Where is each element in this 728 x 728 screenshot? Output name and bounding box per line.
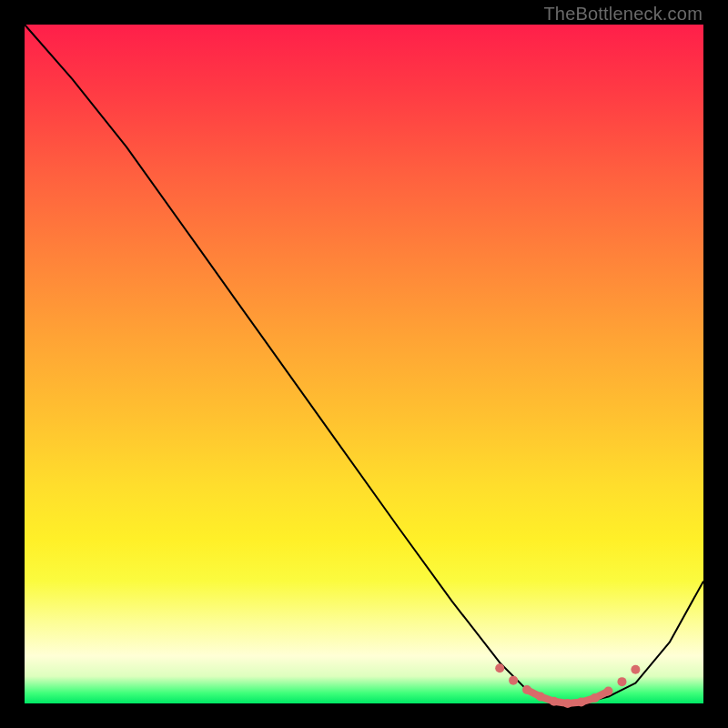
optimal-band-dot (617, 677, 626, 686)
curve-layer (25, 25, 703, 703)
optimal-band-dot (509, 676, 518, 685)
chart-stage: TheBottleneck.com (0, 0, 728, 728)
plot-area (25, 25, 703, 703)
optimal-band-dot (591, 693, 600, 703)
optimal-band-dot (550, 697, 559, 706)
optimal-band-dot (604, 687, 613, 696)
optimal-band-dot (536, 693, 545, 702)
optimal-band-dot (577, 698, 586, 707)
optimal-band-dot (522, 685, 531, 694)
bottleneck-curve-path (25, 25, 703, 703)
optimal-band-dot (495, 663, 504, 672)
optimal-band-dot (631, 665, 640, 674)
watermark-text: TheBottleneck.com (543, 4, 703, 25)
optimal-band-dot (563, 699, 572, 708)
